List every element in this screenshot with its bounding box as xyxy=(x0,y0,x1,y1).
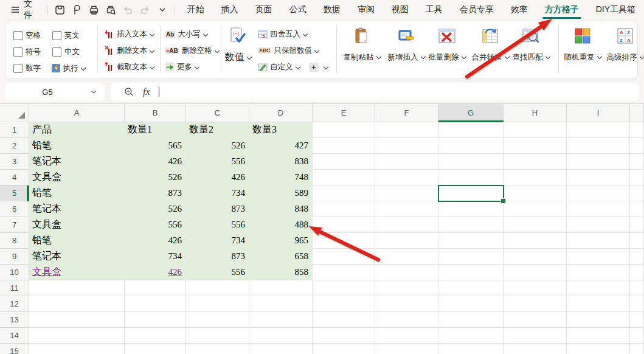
cell-D11[interactable] xyxy=(249,280,313,296)
keep-numeric-button[interactable]: ABC 只保留数值 xyxy=(258,44,319,57)
cell-H6[interactable] xyxy=(504,201,567,217)
tab-member[interactable]: 会员专享 xyxy=(451,0,502,19)
cell-H9[interactable] xyxy=(504,249,567,265)
numeric-button[interactable]: (=) 数值 xyxy=(221,27,254,64)
cell-F3[interactable] xyxy=(375,154,438,170)
checkbox-space[interactable]: 空格 xyxy=(13,29,41,41)
cell-I1[interactable] xyxy=(567,122,630,138)
cell-J2[interactable] xyxy=(630,138,644,154)
row-header-5[interactable]: 5 xyxy=(0,186,29,201)
cell-G3[interactable] xyxy=(438,154,504,170)
save-icon[interactable] xyxy=(55,4,66,15)
cell-A2[interactable]: 铅笔 xyxy=(29,138,125,154)
cell-E14[interactable] xyxy=(313,328,375,344)
cell-A14[interactable] xyxy=(29,328,125,344)
cell-A4[interactable]: 文具盒 xyxy=(29,170,125,186)
cell-J8[interactable] xyxy=(630,233,644,249)
cell-F5[interactable] xyxy=(375,186,438,201)
cell-B1[interactable]: 数量1 xyxy=(125,122,186,138)
cell-A3[interactable]: 笔记本 xyxy=(29,154,125,170)
cell-G12[interactable] xyxy=(438,296,504,312)
select-all-corner[interactable] xyxy=(0,104,29,122)
execute-button[interactable]: 执行 xyxy=(51,62,85,74)
cell-H14[interactable] xyxy=(504,328,567,344)
cell-E2[interactable] xyxy=(313,138,375,154)
name-box[interactable]: G5 xyxy=(5,83,105,101)
delete-text-button[interactable]: 删除文本 xyxy=(105,44,154,57)
cell-G4[interactable] xyxy=(438,170,504,186)
cell-C5[interactable]: 734 xyxy=(186,186,249,201)
hamburger-menu-icon[interactable] xyxy=(10,4,21,15)
cell-J5[interactable] xyxy=(630,186,644,201)
cell-I5[interactable] xyxy=(567,186,630,201)
column-header-C[interactable]: C xyxy=(186,104,249,122)
cell-E8[interactable] xyxy=(313,233,375,249)
cell-D14[interactable] xyxy=(249,328,313,344)
column-header-I[interactable]: I xyxy=(567,104,630,122)
print-preview-icon[interactable] xyxy=(106,4,117,15)
custom-button[interactable]: 自定义 xyxy=(258,61,300,73)
column-header-A[interactable]: A xyxy=(29,104,125,122)
cell-C13[interactable] xyxy=(186,312,249,328)
cell-B8[interactable]: 426 xyxy=(125,233,186,249)
checkbox-icon[interactable] xyxy=(13,64,23,73)
cell-D1[interactable]: 数量3 xyxy=(249,122,313,138)
cell-E13[interactable] xyxy=(313,312,375,328)
cell-I6[interactable] xyxy=(567,201,630,217)
cell-H4[interactable] xyxy=(504,170,567,186)
cell-C11[interactable] xyxy=(186,280,249,296)
cell-J10[interactable] xyxy=(630,265,644,280)
cell-C12[interactable] xyxy=(186,296,249,312)
cell-H15[interactable] xyxy=(504,344,567,354)
column-header-blank[interactable] xyxy=(630,104,644,122)
cell-B5[interactable]: 873 xyxy=(125,186,186,201)
cell-G2[interactable] xyxy=(438,138,504,154)
cell-H3[interactable] xyxy=(504,154,567,170)
cell-A15[interactable] xyxy=(29,344,125,354)
tab-diy-toolbox[interactable]: DIY工具箱 xyxy=(587,0,644,19)
cell-G8[interactable] xyxy=(438,233,504,249)
batch-delete-button[interactable]: 批量删除 xyxy=(427,27,467,63)
row-header-7[interactable]: 7 xyxy=(0,217,29,233)
cell-C1[interactable]: 数量2 xyxy=(186,122,249,138)
cell-E15[interactable] xyxy=(313,344,375,354)
row-header-13[interactable]: 13 xyxy=(0,312,29,328)
tab-insert[interactable]: 插入 xyxy=(213,0,247,19)
row-header-3[interactable]: 3 xyxy=(0,154,29,170)
tab-tools[interactable]: 工具 xyxy=(417,0,451,19)
cell-G7[interactable] xyxy=(438,217,504,233)
row-header-4[interactable]: 4 xyxy=(0,170,29,186)
cell-G1[interactable] xyxy=(438,122,504,138)
cell-I9[interactable] xyxy=(567,249,630,265)
row-header-10[interactable]: 10 xyxy=(0,265,29,280)
cell-A13[interactable] xyxy=(29,312,125,328)
cell-H7[interactable] xyxy=(504,217,567,233)
cell-F12[interactable] xyxy=(375,296,438,312)
row-header-1[interactable]: 1 xyxy=(0,122,29,138)
cell-A8[interactable]: 铅笔 xyxy=(29,233,125,249)
cell-J11[interactable] xyxy=(630,280,644,296)
row-header-6[interactable]: 6 xyxy=(0,201,29,217)
checkbox-english[interactable]: 英文 xyxy=(52,29,80,41)
cell-B13[interactable] xyxy=(125,312,186,328)
cell-D6[interactable]: 848 xyxy=(249,201,313,217)
row-header-14[interactable]: 14 xyxy=(0,328,29,344)
remove-space-button[interactable]: ×AB 删除空格 xyxy=(165,44,219,57)
merge-convert-button[interactable]: 合并转换 xyxy=(470,27,510,63)
cell-D2[interactable]: 427 xyxy=(249,138,313,154)
cell-D15[interactable] xyxy=(249,344,313,354)
cell-D3[interactable]: 838 xyxy=(249,154,313,170)
cell-F9[interactable] xyxy=(375,249,438,265)
selection-box-G5[interactable] xyxy=(438,185,504,202)
cell-G13[interactable] xyxy=(438,312,504,328)
cell-J1[interactable] xyxy=(630,122,644,138)
more-button[interactable]: 更多 xyxy=(165,61,199,73)
cell-D8[interactable]: 965 xyxy=(249,233,313,249)
checkbox-symbol[interactable]: 符号 xyxy=(13,46,41,58)
zoom-out-icon[interactable] xyxy=(124,87,134,97)
cell-F1[interactable] xyxy=(375,122,438,138)
export-pdf-icon[interactable] xyxy=(72,4,83,15)
cell-G15[interactable] xyxy=(438,344,504,354)
random-repeat-button[interactable]: 随机重复 xyxy=(563,27,603,63)
cell-A7[interactable]: 文具盒 xyxy=(29,217,125,233)
